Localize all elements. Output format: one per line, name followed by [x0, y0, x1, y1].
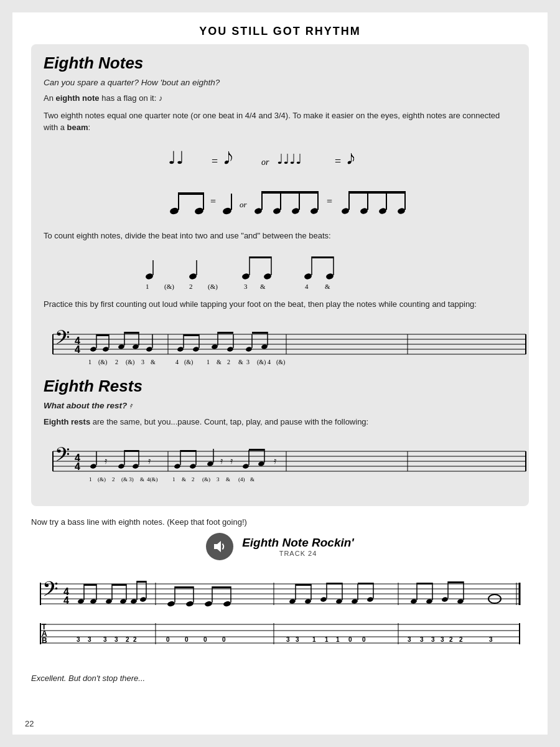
svg-text:𝄢: 𝄢	[55, 444, 70, 470]
svg-text:1: 1	[89, 476, 92, 482]
track-number: TRACK 24	[242, 550, 354, 557]
svg-point-141	[174, 463, 180, 469]
svg-text:2: 2	[459, 636, 463, 643]
svg-text:1: 1	[312, 636, 316, 643]
svg-point-204	[289, 598, 296, 604]
svg-text:3: 3	[246, 359, 250, 365]
track-title: Eighth Note Rockin'	[242, 536, 354, 550]
svg-point-30	[378, 207, 387, 215]
svg-text:3: 3	[296, 636, 299, 643]
svg-text:4: 4	[175, 359, 179, 365]
svg-text:4: 4	[75, 461, 80, 472]
svg-text:2: 2	[189, 283, 193, 290]
svg-text:(&): (&)	[276, 359, 285, 366]
svg-point-32	[397, 207, 406, 215]
svg-text:2: 2	[112, 476, 115, 482]
svg-text:3: 3	[286, 636, 290, 643]
svg-rect-188	[112, 584, 126, 586]
svg-text:(&): (&)	[98, 476, 106, 482]
svg-rect-43	[250, 256, 271, 258]
track-title-block: Eighth Note Rockin' TRACK 24	[242, 536, 354, 557]
svg-text:𝄢: 𝄢	[42, 578, 58, 606]
svg-text:0: 0	[203, 636, 207, 643]
svg-text:(4): (4)	[238, 476, 245, 482]
svg-rect-228	[448, 581, 464, 583]
svg-rect-213	[327, 583, 342, 585]
svg-text:2: 2	[227, 359, 230, 365]
svg-text:3: 3	[408, 636, 411, 643]
svg-text:B: B	[42, 636, 47, 645]
svg-point-221	[426, 598, 432, 604]
svg-rect-92	[184, 334, 199, 336]
svg-point-95	[226, 346, 233, 352]
svg-point-126	[90, 463, 96, 469]
svg-rect-193	[137, 581, 146, 583]
svg-point-28	[360, 207, 368, 215]
svg-text:3: 3	[420, 636, 424, 643]
track-area: Eighth Note Rockin' TRACK 24	[31, 533, 529, 560]
svg-text:4: 4	[75, 344, 80, 355]
svg-text:4: 4	[63, 595, 69, 606]
svg-text:&: &	[140, 476, 144, 482]
svg-text:0: 0	[185, 636, 189, 643]
svg-text:(&): (&)	[184, 359, 193, 366]
svg-rect-74	[96, 334, 109, 336]
svg-text:1: 1	[146, 283, 149, 290]
svg-text:1: 1	[172, 476, 175, 482]
svg-text:2: 2	[449, 636, 453, 643]
svg-point-209	[320, 596, 327, 602]
svg-text:&: &	[238, 359, 243, 365]
svg-point-16	[254, 207, 263, 215]
svg-point-20	[291, 207, 300, 215]
svg-text:3: 3	[244, 283, 248, 290]
svg-point-9	[194, 207, 204, 215]
svg-point-72	[102, 346, 109, 352]
svg-point-184	[105, 598, 112, 604]
end-note: Excellent. But don't stop there...	[31, 674, 529, 683]
svg-text:(&): (&)	[208, 283, 218, 291]
svg-text:𝅘𝅥𝅮𝅘𝅥𝅮𝅘𝅥𝅮𝅘𝅥𝅮: 𝅘𝅥𝅮𝅘𝅥𝅮𝅘𝅥𝅮𝅘𝅥𝅮	[347, 153, 354, 164]
svg-text:&: &	[182, 476, 186, 482]
svg-text:(&): (&)	[126, 359, 134, 366]
section1-subtitle: Can you spare a quarter? How 'bout an ei…	[44, 78, 516, 87]
svg-rect-154	[249, 449, 264, 451]
svg-text:2: 2	[115, 359, 118, 365]
svg-text:4(&): 4(&)	[147, 476, 158, 482]
svg-rect-48	[312, 256, 334, 258]
svg-point-198	[204, 601, 213, 608]
beat-notation: 1 (&) 2 (&) 3 & 4 &	[44, 247, 516, 293]
svg-point-211	[335, 598, 342, 604]
svg-point-143	[189, 463, 196, 469]
svg-point-75	[118, 344, 124, 349]
gray-box: Eighth Notes Can you spare a quarter? Ho…	[31, 44, 529, 506]
svg-rect-183	[84, 584, 96, 586]
svg-rect-11	[179, 192, 203, 195]
svg-point-77	[132, 344, 139, 349]
svg-text:𝅘𝅥𝅮𝅘𝅥𝅮: 𝅘𝅥𝅮𝅘𝅥𝅮	[224, 151, 232, 164]
svg-text:2: 2	[133, 636, 137, 643]
svg-text:0: 0	[362, 636, 366, 643]
svg-text:1: 1	[325, 636, 329, 643]
svg-rect-102	[252, 332, 268, 334]
section1-intro: An eighth note has a flag on it: ♪	[44, 92, 516, 105]
section1-body2: To count eighth notes, divide the beat i…	[44, 230, 516, 242]
svg-text:3: 3	[217, 476, 220, 482]
svg-point-216	[366, 596, 373, 602]
svg-text:(&): (&)	[164, 283, 174, 291]
svg-rect-79	[124, 332, 139, 334]
svg-text:=: =	[212, 155, 218, 167]
speaker-icon	[206, 533, 233, 560]
svg-point-186	[119, 598, 126, 604]
svg-rect-97	[218, 332, 233, 334]
bass-staff-rests: 𝄢 4 4 𝄿 𝄿 1 (&) 2 (& 3)	[44, 433, 516, 489]
svg-point-80	[146, 346, 152, 352]
svg-text:or: or	[240, 200, 248, 209]
svg-text:1: 1	[207, 359, 210, 365]
svg-text:3: 3	[441, 636, 444, 643]
svg-point-200	[223, 601, 231, 608]
bottom-intro: Now try a bass line with eighth notes. (…	[31, 517, 529, 527]
svg-text:0: 0	[348, 636, 352, 643]
svg-point-131	[132, 463, 139, 469]
svg-point-206	[304, 598, 311, 604]
svg-text:1: 1	[88, 359, 91, 365]
